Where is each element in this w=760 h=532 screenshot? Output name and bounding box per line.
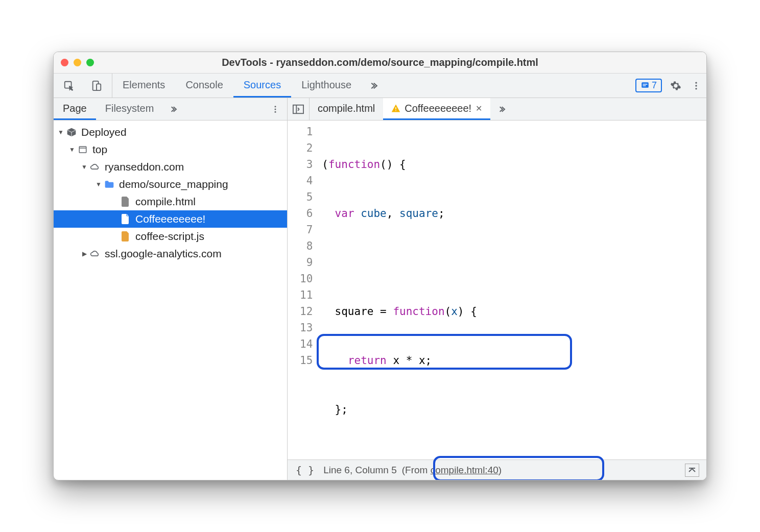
source-origin-link[interactable]: compile.html:40 — [431, 465, 498, 475]
inspect-element-icon[interactable] — [59, 80, 79, 91]
cloud-icon — [89, 248, 101, 259]
tree-node-deployed[interactable]: ▼ Deployed — [54, 124, 287, 141]
editor-pane: compile.html Coffeeeeeeee! ✕ 1 2 3 4 5 — [288, 98, 706, 480]
sidebar-tab-filesystem[interactable]: Filesystem — [96, 98, 163, 120]
issues-icon — [640, 81, 650, 90]
svg-point-5 — [695, 85, 697, 86]
tree-file-coffeescript[interactable]: coffee-script.js — [54, 228, 287, 245]
window-title: DevTools - ryanseddon.com/demo/source_ma… — [222, 57, 538, 68]
svg-rect-2 — [97, 84, 101, 90]
folder-icon — [104, 179, 115, 190]
sidebar-kebab-icon[interactable] — [264, 98, 287, 120]
tab-console[interactable]: Console — [175, 74, 233, 98]
zoom-window-button[interactable] — [86, 59, 94, 66]
document-icon — [120, 213, 131, 225]
settings-icon[interactable] — [666, 80, 686, 91]
main-toolbar: Elements Console Sources Lighthouse 7 — [54, 74, 706, 98]
cursor-position: Line 6, Column 5 — [323, 465, 397, 476]
close-window-button[interactable] — [61, 59, 68, 66]
tree-node-domain[interactable]: ▼ ryanseddon.com — [54, 158, 287, 176]
source-origin: (From compile.html:40) — [402, 465, 502, 476]
show-console-icon[interactable] — [685, 464, 699, 477]
toggle-navigator-icon[interactable] — [288, 98, 310, 120]
line-gutter: 1 2 3 4 5 6 7 8 9 10 11 12 13 14 15 — [288, 120, 320, 460]
editor-more-tabs-icon[interactable] — [490, 98, 513, 120]
script-icon — [120, 231, 131, 242]
titlebar: DevTools - ryanseddon.com/demo/source_ma… — [54, 52, 706, 74]
editor-tab-coffee[interactable]: Coffeeeeeeee! ✕ — [383, 98, 490, 120]
pretty-print-icon[interactable]: { } — [292, 464, 318, 476]
svg-point-7 — [275, 106, 276, 107]
close-tab-icon[interactable]: ✕ — [476, 104, 482, 113]
tree-node-analytics[interactable]: ▶ ssl.google-analytics.com — [54, 245, 287, 262]
svg-rect-11 — [293, 105, 303, 113]
tab-sources[interactable]: Sources — [233, 74, 291, 98]
svg-rect-10 — [79, 147, 86, 153]
tree-file-coffee[interactable]: Coffeeeeeeee! — [54, 210, 287, 228]
code-editor[interactable]: 1 2 3 4 5 6 7 8 9 10 11 12 13 14 15 — [288, 120, 706, 460]
traffic-lights — [61, 59, 94, 66]
sidebar-tab-page[interactable]: Page — [54, 98, 96, 120]
cloud-icon — [89, 161, 101, 173]
code-content[interactable]: (function() { var cube, square; square =… — [320, 120, 502, 460]
tree-node-top[interactable]: ▼ top — [54, 141, 287, 158]
warning-icon — [391, 104, 400, 113]
tree-file-compile[interactable]: compile.html — [54, 193, 287, 210]
tab-elements[interactable]: Elements — [112, 74, 175, 98]
issues-badge[interactable]: 7 — [635, 79, 662, 92]
svg-point-6 — [695, 88, 697, 89]
device-toolbar-icon[interactable] — [86, 80, 107, 91]
svg-point-9 — [275, 111, 276, 112]
tab-lighthouse[interactable]: Lighthouse — [291, 74, 362, 98]
editor-tab-compile[interactable]: compile.html — [310, 98, 383, 120]
devtools-window: DevTools - ryanseddon.com/demo/source_ma… — [53, 52, 707, 480]
statusbar: { } Line 6, Column 5 (From compile.html:… — [288, 460, 706, 480]
tree-node-folder[interactable]: ▼ demo/source_mapping — [54, 176, 287, 193]
svg-point-4 — [695, 82, 697, 83]
svg-point-8 — [275, 108, 276, 110]
sidebar-more-tabs-icon[interactable] — [163, 98, 183, 120]
navigator-sidebar: Page Filesystem ▼ Deployed ▼ to — [54, 98, 288, 480]
more-tabs-icon[interactable] — [362, 74, 385, 98]
document-icon — [120, 196, 131, 207]
kebab-menu-icon[interactable] — [686, 81, 706, 91]
file-tree: ▼ Deployed ▼ top ▼ ryanseddon.com ▼ — [54, 120, 287, 480]
svg-rect-3 — [642, 82, 649, 88]
issues-count: 7 — [652, 80, 657, 91]
minimize-window-button[interactable] — [74, 59, 81, 66]
frame-icon — [77, 144, 88, 155]
cube-icon — [66, 127, 77, 138]
